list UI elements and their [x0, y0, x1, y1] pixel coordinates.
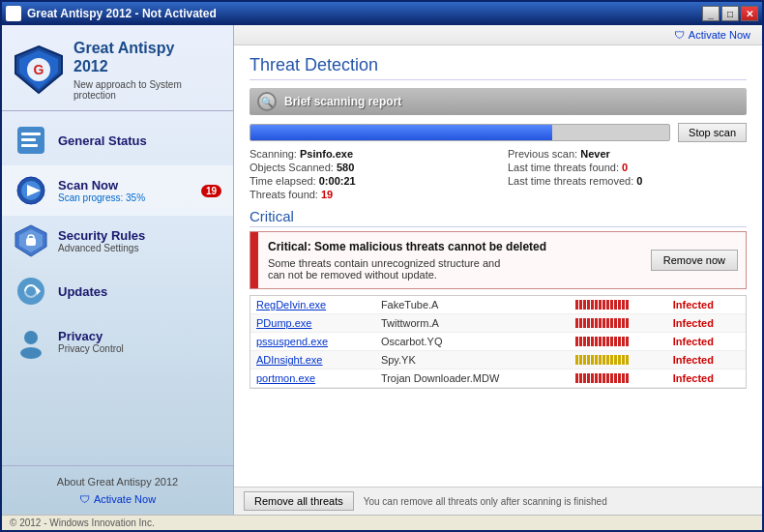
threat-name-cell[interactable]: pssuspend.exe — [250, 333, 375, 351]
time-stat: Time elapsed: 0:00:21 — [250, 175, 488, 187]
threat-name-cell[interactable]: portmon.exe — [250, 369, 375, 388]
content-footer: Remove all threats You can remove all th… — [234, 487, 762, 515]
updates-text: Updates — [58, 284, 221, 299]
threat-bar-cell — [570, 333, 666, 351]
sidebar-item-general-status[interactable]: General Status — [2, 115, 233, 165]
objects-stat: Objects Scanned: 580 — [250, 162, 488, 173]
threat-status-cell: Infected — [667, 296, 746, 314]
table-row: PDump.exe Twittworm.A Infected — [250, 314, 746, 333]
stop-scan-button[interactable]: Stop scan — [678, 123, 747, 142]
table-row: ADInsight.exe Spy.YK Infected — [250, 351, 746, 369]
main-layout: G Great Antispy 2012 New approach to Sys… — [2, 25, 762, 515]
threat-status-cell: Infected — [667, 314, 746, 333]
progress-container: Stop scan — [250, 123, 747, 142]
activate-now-button[interactable]: 🛡 Activate Now — [674, 29, 750, 41]
threat-status-cell: Infected — [667, 333, 746, 351]
footer-note: You can remove all threats only after sc… — [364, 496, 607, 507]
threat-type-cell: Spy.YK — [375, 351, 571, 369]
about-text: About Great Antispy 2012 — [14, 476, 221, 488]
privacy-icon — [14, 324, 48, 359]
threat-status-cell: Infected — [667, 369, 746, 388]
threat-type-cell: Twittworm.A — [375, 314, 571, 333]
sidebar-item-privacy[interactable]: Privacy Privacy Control — [2, 316, 233, 367]
svg-text:G: G — [34, 62, 44, 77]
activate-header-icon: 🛡 — [674, 29, 685, 41]
critical-title: Critical — [250, 208, 747, 227]
window-footer: © 2012 - Windows Innovation Inc. — [2, 515, 762, 530]
sidebar-item-scan-now[interactable]: Scan Now Scan progress: 35% 19 — [2, 165, 233, 216]
activate-shield-icon: 🛡 — [79, 493, 90, 505]
general-status-text: General Status — [58, 133, 221, 148]
critical-box: Critical: Some malicious threats cannot … — [250, 231, 747, 289]
threat-type-cell: Oscarbot.YQ — [375, 333, 571, 351]
svg-rect-7 — [21, 144, 38, 147]
maximize-button[interactable]: □ — [721, 6, 739, 21]
table-row: RegDeIvin.exe FakeTube.A Infected — [250, 296, 746, 314]
threat-table-wrapper[interactable]: RegDeIvin.exe FakeTube.A Infected PDump.… — [250, 295, 747, 389]
prev-scan-stat: Previous scan: Never — [508, 148, 747, 160]
scan-progress-label: Scan progress: 35% — [58, 192, 191, 203]
logo-shield: G — [14, 44, 64, 95]
critical-text-line1: Some threats contain unrecognized struct… — [268, 257, 633, 269]
security-rules-text: Security Rules Advanced Settings — [58, 228, 221, 253]
content-area: 🛡 Activate Now Threat Detection 🔍 Brief … — [234, 25, 762, 515]
close-button[interactable]: ✕ — [741, 6, 758, 21]
scan-now-text: Scan Now Scan progress: 35% — [58, 178, 191, 203]
content-body: Threat Detection 🔍 Brief scanning report… — [234, 45, 762, 487]
general-status-icon — [14, 123, 48, 158]
threat-type-cell: FakeTube.A — [375, 296, 571, 314]
svg-rect-6 — [21, 138, 36, 141]
title-bar-left: 🛡 Great Antispy 2012 - Not Activated — [6, 6, 217, 21]
minimize-button[interactable]: _ — [702, 6, 720, 21]
threat-table: RegDeIvin.exe FakeTube.A Infected PDump.… — [250, 296, 746, 388]
threat-type-cell: Trojan Downloader.MDW — [375, 369, 571, 388]
window-controls: _ □ ✕ — [702, 6, 758, 21]
sidebar-activate-button[interactable]: 🛡 Activate Now — [14, 493, 221, 505]
privacy-text: Privacy Privacy Control — [58, 329, 221, 354]
svg-rect-5 — [21, 133, 41, 135]
critical-heading: Critical: Some malicious threats cannot … — [268, 240, 633, 253]
threat-status-cell: Infected — [667, 351, 746, 369]
threat-name-cell[interactable]: PDump.exe — [250, 314, 375, 333]
content-header: 🛡 Activate Now — [234, 25, 762, 45]
critical-indicator — [250, 232, 258, 288]
scan-badge: 19 — [201, 185, 221, 197]
remove-all-threats-button[interactable]: Remove all threats — [244, 491, 354, 511]
remove-now-button[interactable]: Remove now — [651, 250, 738, 271]
last-threats-stat: Last time threats found: 0 — [508, 162, 747, 173]
main-window: 🛡 Great Antispy 2012 - Not Activated _ □… — [0, 0, 764, 532]
threat-bar-cell — [570, 351, 666, 369]
sidebar: G Great Antispy 2012 New approach to Sys… — [2, 25, 234, 515]
sidebar-footer: About Great Antispy 2012 🛡 Activate Now — [2, 465, 233, 515]
scan-report-bar: 🔍 Brief scanning report — [250, 88, 747, 115]
logo-name: Great Antispy 2012 — [73, 39, 221, 75]
threat-name-cell[interactable]: ADInsight.exe — [250, 351, 375, 369]
threat-bar-cell — [570, 296, 666, 314]
table-row: pssuspend.exe Oscarbot.YQ Infected — [250, 333, 746, 351]
title-bar: 🛡 Great Antispy 2012 - Not Activated _ □… — [2, 2, 762, 25]
scanning-stat: Scanning: Psinfo.exe — [250, 148, 488, 160]
window-title: Great Antispy 2012 - Not Activated — [27, 7, 217, 20]
app-icon: 🛡 — [6, 6, 21, 21]
progress-track — [250, 124, 670, 141]
logo-tagline: New approach to System protection — [73, 79, 221, 101]
sidebar-menu: General Status Scan Now Scan prog — [2, 111, 233, 465]
scan-report-label: Brief scanning report — [284, 95, 401, 108]
critical-text-line2: can not be removed without update. — [268, 269, 633, 281]
threats-found-stat: Threats found: 19 — [250, 189, 488, 200]
scan-now-icon — [14, 173, 48, 208]
threat-bar-cell — [570, 314, 666, 333]
threat-name-cell[interactable]: RegDeIvin.exe — [250, 296, 375, 314]
logo-text-block: Great Antispy 2012 New approach to Syste… — [73, 39, 221, 101]
last-removed-stat: Last time threats removed: 0 — [508, 175, 747, 187]
sidebar-logo: G Great Antispy 2012 New approach to Sys… — [2, 25, 233, 111]
updates-icon — [14, 274, 48, 309]
svg-rect-13 — [26, 238, 36, 246]
sidebar-item-updates[interactable]: Updates — [2, 266, 233, 316]
scan-stats: Scanning: Psinfo.exe Previous scan: Neve… — [250, 148, 747, 200]
svg-point-18 — [20, 347, 42, 359]
scan-report-icon: 🔍 — [257, 92, 277, 111]
threat-bar-cell — [570, 369, 666, 388]
critical-content: Critical: Some malicious threats cannot … — [258, 232, 643, 288]
sidebar-item-security-rules[interactable]: Security Rules Advanced Settings — [2, 216, 233, 266]
